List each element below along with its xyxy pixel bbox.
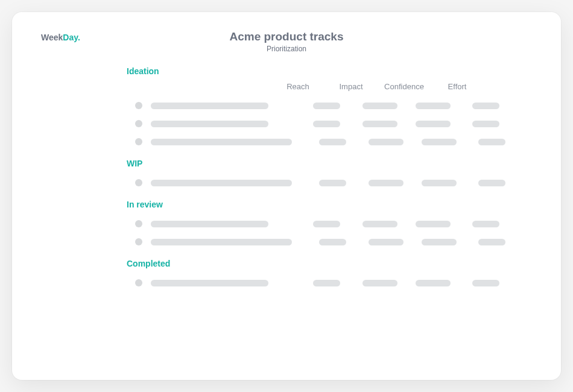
metric-reach-placeholder <box>313 103 340 109</box>
metric-reach-placeholder <box>313 221 340 227</box>
metric-effort-placeholder <box>478 139 505 145</box>
row-name-placeholder <box>151 221 268 227</box>
row-name-placeholder <box>151 121 268 127</box>
table-row[interactable] <box>127 138 513 145</box>
metric-effort-placeholder <box>472 103 499 109</box>
logo-dot: . <box>78 33 80 42</box>
content-area: Ideation Reach Impact Confidence Effort … <box>127 66 513 286</box>
section-completed-title: Completed <box>127 259 513 268</box>
metric-impact-placeholder <box>369 239 404 245</box>
metric-impact-placeholder <box>362 280 397 286</box>
table-row[interactable] <box>127 220 513 227</box>
metric-confidence-placeholder <box>422 239 457 245</box>
metric-confidence-placeholder <box>422 139 457 145</box>
table-row[interactable] <box>127 279 513 286</box>
metric-reach-placeholder <box>319 180 346 186</box>
section-in-review-title: In review <box>127 200 513 209</box>
metric-effort-placeholder <box>478 239 505 245</box>
row-bullet-icon <box>135 138 142 145</box>
metric-effort-placeholder <box>478 180 505 186</box>
table-row[interactable] <box>127 179 513 186</box>
metric-confidence-placeholder <box>416 221 451 227</box>
logo-week: Week <box>41 33 63 42</box>
column-effort: Effort <box>431 82 484 91</box>
header-spacer <box>127 82 271 91</box>
metric-reach-placeholder <box>319 239 346 245</box>
metric-confidence-placeholder <box>416 280 451 286</box>
app-card: WeekDay. Acme product tracks Prioritizat… <box>12 12 561 380</box>
row-name-placeholder <box>151 139 292 145</box>
row-bullet-icon <box>135 238 142 245</box>
section-ideation-title: Ideation <box>127 66 513 76</box>
row-name-placeholder <box>151 103 268 109</box>
metric-impact-placeholder <box>369 180 404 186</box>
page-title: Acme product tracks <box>42 30 531 43</box>
row-name-placeholder <box>151 280 268 286</box>
row-name-placeholder <box>151 239 292 245</box>
table-row[interactable] <box>127 120 513 127</box>
row-bullet-icon <box>135 179 142 186</box>
metric-effort-placeholder <box>472 221 499 227</box>
column-reach: Reach <box>271 82 324 91</box>
logo-day: Day <box>63 33 78 42</box>
table-row[interactable] <box>127 102 513 109</box>
metric-effort-placeholder <box>472 280 499 286</box>
row-bullet-icon <box>135 220 142 227</box>
page-header: Acme product tracks Prioritization <box>42 30 531 53</box>
logo: WeekDay. <box>41 33 80 42</box>
metric-confidence-placeholder <box>416 121 451 127</box>
column-headers: Reach Impact Confidence Effort <box>127 82 513 91</box>
column-impact: Impact <box>324 82 378 91</box>
section-wip-title: WIP <box>127 159 513 168</box>
metric-impact-placeholder <box>362 103 397 109</box>
metric-reach-placeholder <box>313 280 340 286</box>
page-subtitle: Prioritization <box>42 45 531 53</box>
row-bullet-icon <box>135 279 142 286</box>
metric-confidence-placeholder <box>416 103 451 109</box>
row-bullet-icon <box>135 120 142 127</box>
row-name-placeholder <box>151 180 292 186</box>
rows-container: WIPIn reviewCompleted <box>127 102 513 286</box>
row-bullet-icon <box>135 102 142 109</box>
metric-effort-placeholder <box>472 121 499 127</box>
metric-confidence-placeholder <box>422 180 457 186</box>
metric-impact-placeholder <box>362 221 397 227</box>
metric-reach-placeholder <box>319 139 346 145</box>
metric-reach-placeholder <box>313 121 340 127</box>
column-confidence: Confidence <box>378 82 431 91</box>
metric-impact-placeholder <box>369 139 404 145</box>
table-row[interactable] <box>127 238 513 245</box>
metric-impact-placeholder <box>362 121 397 127</box>
